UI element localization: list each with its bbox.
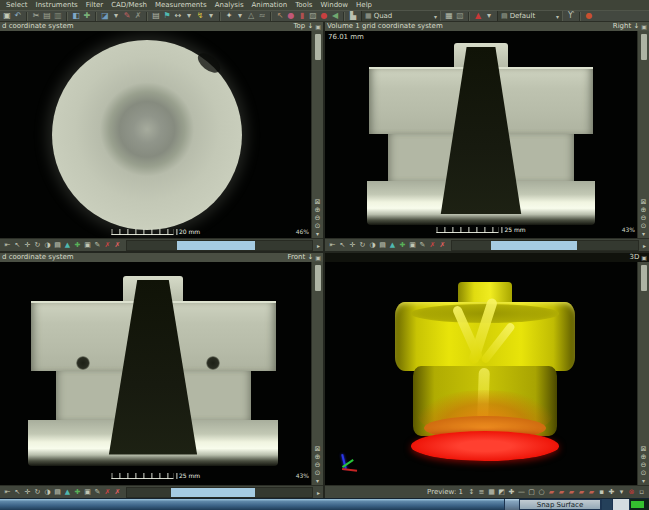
zoom-in-icon[interactable]: ⊕ (639, 206, 649, 214)
render-canvas-3d[interactable] (325, 262, 637, 485)
menu-tools[interactable]: Tools (291, 0, 316, 10)
histogram-icon[interactable]: ▙ (348, 11, 358, 21)
annotate-icon[interactable]: ✎ (122, 11, 132, 21)
zoom-out-icon[interactable]: ⊖ (313, 461, 323, 469)
scene-object-icon[interactable]: ◧ (71, 11, 81, 21)
star-caret-icon[interactable]: ▾ (235, 11, 245, 21)
sort-icon[interactable]: ↕ (467, 487, 476, 498)
menu-select[interactable]: Select (2, 0, 32, 10)
preview-caret-icon[interactable]: ▾ (617, 487, 626, 498)
slice-tool-icon[interactable]: ◪ (100, 11, 110, 21)
draw-slice-icon[interactable]: ✎ (418, 240, 427, 251)
vertical-scrollbar-thumb[interactable] (641, 265, 647, 291)
slice-canvas-right[interactable]: 76.01 mm 25 mm 43% (325, 31, 637, 238)
clip-preset-4-icon[interactable]: ▰ (577, 487, 586, 498)
clear-all-icon[interactable]: ✗ (113, 240, 122, 251)
fit-view-icon[interactable]: ⊠ (313, 445, 323, 453)
end-box-icon[interactable]: ▫ (637, 487, 646, 498)
add-slice-icon[interactable]: ✚ (73, 240, 82, 251)
cut-icon[interactable]: ✂ (31, 11, 41, 21)
quality-icon[interactable]: ≡ (477, 487, 486, 498)
vertical-scrollbar-thumb[interactable] (641, 34, 647, 60)
fit-view-icon[interactable]: ⊠ (313, 198, 323, 206)
snapshot-icon[interactable]: ▣ (83, 240, 92, 251)
minus-icon[interactable]: — (517, 487, 526, 498)
zoom-out-icon[interactable]: ⊖ (639, 214, 649, 222)
scroll-down-icon[interactable]: ▾ (642, 230, 645, 237)
viewport-menu-icon[interactable]: ▣ (641, 253, 647, 262)
clear-slice-icon[interactable]: ✗ (428, 240, 437, 251)
zoom-region-icon[interactable]: ⊙ (313, 222, 323, 230)
pointer-icon[interactable]: ↖ (275, 11, 285, 21)
slice-canvas-top[interactable]: 20 mm 46% (0, 31, 311, 238)
clear-all-icon[interactable]: ✗ (438, 240, 447, 251)
viewport-menu-icon[interactable]: ▣ (641, 22, 647, 31)
clip-preset-5-icon[interactable]: ▰ (587, 487, 596, 498)
add-view-icon[interactable]: ✚ (607, 487, 616, 498)
clip-preset-2-icon[interactable]: ▰ (557, 487, 566, 498)
lightning-caret-icon[interactable]: ▾ (206, 11, 216, 21)
zoom-in-icon[interactable]: ⊕ (313, 206, 323, 214)
snapshot-icon[interactable]: ▣ (83, 487, 92, 498)
add-light-icon[interactable]: ✚ (507, 487, 516, 498)
contrast-icon[interactable]: ◑ (43, 487, 52, 498)
measure-caret-icon[interactable]: ▾ (184, 11, 194, 21)
menu-analysis[interactable]: Analysis (211, 0, 248, 10)
vertical-scrollbar-thumb[interactable] (315, 265, 321, 291)
slider-arrow-icon[interactable]: ▸ (643, 242, 646, 249)
warning-caret-icon[interactable]: ▾ (484, 11, 494, 21)
flag-icon[interactable]: ⚑ (162, 11, 172, 21)
menu-measurements[interactable]: Measurements (151, 0, 211, 10)
zoom-region-icon[interactable]: ⊙ (639, 222, 649, 230)
copy-icon[interactable]: ▤ (42, 11, 52, 21)
viewport-menu-icon[interactable]: ▣ (315, 22, 321, 31)
slice-caret-icon[interactable]: ▾ (111, 11, 121, 21)
filter-funnel-icon[interactable]: Ƴ (566, 11, 576, 21)
snap-mode-button[interactable]: Snap Surface (519, 499, 601, 510)
undo-icon[interactable]: ↶ (13, 11, 23, 21)
slider-arrow-icon[interactable]: ▸ (317, 242, 320, 249)
marker-dot-icon[interactable]: ● (286, 11, 296, 21)
scroll-down-icon[interactable]: ▾ (316, 230, 319, 237)
lightning-icon[interactable]: ↯ (195, 11, 205, 21)
clip-preset-1-icon[interactable]: ▰ (547, 487, 556, 498)
menu-filter[interactable]: Filter (82, 0, 107, 10)
pointer-tool-icon[interactable]: ↖ (13, 487, 22, 498)
merge-icon[interactable]: ▲ (63, 240, 72, 251)
wave-tool-icon[interactable]: ≈ (257, 11, 267, 21)
menu-help[interactable]: Help (352, 0, 376, 10)
slice-canvas-front[interactable]: 25 mm 43% (0, 262, 311, 485)
rotate-slice-icon[interactable]: ↻ (33, 240, 42, 251)
record-icon[interactable]: ⊗ (627, 487, 636, 498)
voxel-icon[interactable]: ▦ (487, 487, 496, 498)
erase-icon[interactable]: ✗ (133, 11, 143, 21)
contrast-icon[interactable]: ◑ (368, 240, 377, 251)
filmstrip-icon[interactable]: ▤ (53, 487, 62, 498)
grid-view-icon[interactable]: ▦ (444, 11, 454, 21)
pan-tool-icon[interactable]: ✛ (348, 240, 357, 251)
small-box-icon[interactable]: ▪ (597, 487, 606, 498)
plane-tool-icon[interactable]: △ (246, 11, 256, 21)
zoom-out-icon[interactable]: ⊖ (313, 214, 323, 222)
pointer-tool-icon[interactable]: ↖ (338, 240, 347, 251)
preset-select[interactable]: ▤ Default ▾ (497, 10, 563, 22)
green-back-icon[interactable]: ◀ (330, 11, 340, 21)
slice-position-slider[interactable] (126, 240, 313, 251)
scroll-down-icon[interactable]: ▾ (316, 477, 319, 484)
pan-tool-icon[interactable]: ✛ (23, 240, 32, 251)
zoom-in-icon[interactable]: ⊕ (639, 453, 649, 461)
scroll-down-icon[interactable]: ▾ (642, 477, 645, 484)
viewport-menu-icon[interactable]: ▣ (315, 253, 321, 262)
slice-position-slider[interactable] (126, 487, 313, 498)
menu-cad-mesh[interactable]: CAD/Mesh (107, 0, 151, 10)
filmstrip-icon[interactable]: ▤ (378, 240, 387, 251)
clip-preset-3-icon[interactable]: ▰ (567, 487, 576, 498)
pointer-tool-icon[interactable]: ↖ (13, 240, 22, 251)
measure-arrows-icon[interactable]: ↔ (173, 11, 183, 21)
vertical-splitter[interactable] (323, 22, 325, 498)
slider-thumb[interactable] (491, 241, 577, 250)
fit-view-icon[interactable]: ⊠ (639, 198, 649, 206)
clear-slice-icon[interactable]: ✗ (103, 487, 112, 498)
draw-slice-icon[interactable]: ✎ (93, 487, 102, 498)
vertical-scrollbar-thumb[interactable] (315, 34, 321, 60)
